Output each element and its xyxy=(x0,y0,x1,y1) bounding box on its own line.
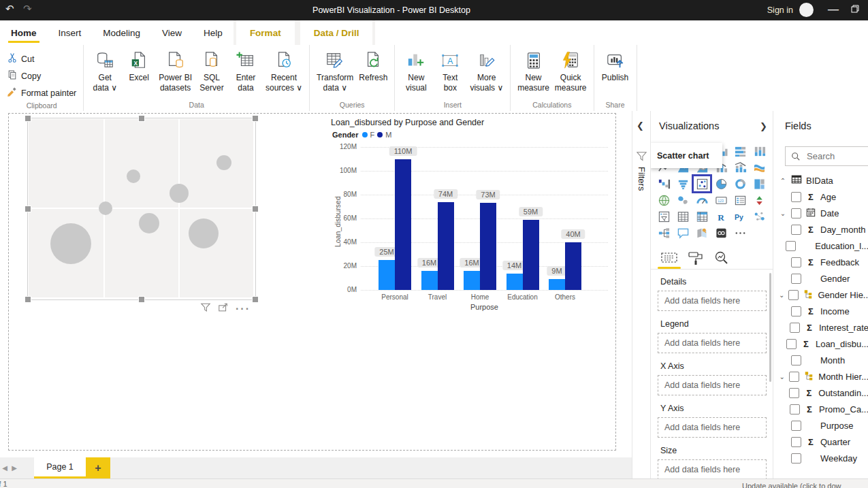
field-checkbox[interactable] xyxy=(791,437,801,447)
field-label[interactable]: Gender Hie... xyxy=(818,290,868,300)
bar-f-others[interactable] xyxy=(549,279,565,290)
refresh-button[interactable]: Refresh xyxy=(356,45,390,83)
text-box-button[interactable]: AText box xyxy=(433,45,467,93)
bar-f-education[interactable] xyxy=(507,274,523,291)
bar-m-home[interactable] xyxy=(480,203,496,290)
field-label[interactable]: Day_month xyxy=(820,225,865,235)
sql-server-button[interactable]: SQL Server xyxy=(195,45,229,93)
recent-sources-button[interactable]: Recent sources ∨ xyxy=(263,45,305,93)
bar-f-travel[interactable] xyxy=(421,271,438,290)
line-stacked-column-visual-icon[interactable] xyxy=(732,160,748,175)
field-row-month[interactable]: Month xyxy=(773,352,868,368)
more-options-visual-icon[interactable] xyxy=(732,225,748,240)
tab-data-drill[interactable]: Data / Drill xyxy=(298,20,376,45)
field-checkbox[interactable] xyxy=(789,388,799,398)
field-label[interactable]: Age xyxy=(820,192,836,202)
tab-insert[interactable]: Insert xyxy=(48,20,93,45)
field-row-purpose[interactable]: Purpose xyxy=(773,417,868,434)
slicer-visual-icon[interactable] xyxy=(656,209,672,224)
pie-visual-icon[interactable] xyxy=(713,176,729,191)
bar-f-personal[interactable] xyxy=(379,260,395,290)
field-row-outstandin[interactable]: ΣOutstandin... xyxy=(773,385,868,401)
field-checkbox[interactable] xyxy=(791,192,801,202)
field-label[interactable]: Promo_Ca... xyxy=(819,404,868,414)
expand-chevron-icon[interactable]: ⌄ xyxy=(779,373,785,380)
field-row-loan-disbu[interactable]: ΣLoan_disbu... xyxy=(773,336,868,352)
format-painter-button[interactable]: Format painter xyxy=(4,84,79,101)
field-label[interactable]: Purpose xyxy=(820,421,853,431)
legend-label-f[interactable]: F xyxy=(370,131,375,139)
kpi-visual-icon[interactable] xyxy=(751,193,767,208)
field-label[interactable]: Interest_rate xyxy=(819,323,868,333)
matrix-visual-icon[interactable] xyxy=(694,209,710,224)
chevron-left-icon[interactable]: ❮ xyxy=(637,120,644,131)
copy-button[interactable]: Copy xyxy=(4,67,44,84)
bar-m-education[interactable] xyxy=(523,220,539,290)
field-row-month-hier[interactable]: ⌄Month Hier... xyxy=(773,368,868,385)
fields-table-biData[interactable]: ⌃BIData xyxy=(773,172,868,189)
more-visuals-button[interactable]: More visuals ∨ xyxy=(467,45,506,93)
waterfall-visual-icon[interactable] xyxy=(656,176,672,191)
field-label[interactable]: Outstandin... xyxy=(818,388,868,398)
field-label[interactable]: Feedback xyxy=(820,257,859,267)
new-measure-button[interactable]: New measure xyxy=(515,45,552,93)
more-options-icon[interactable]: ··· xyxy=(236,303,251,315)
field-search[interactable] xyxy=(785,146,868,166)
field-label[interactable]: Quarter xyxy=(820,437,850,447)
field-checkbox[interactable] xyxy=(786,241,796,251)
field-checkbox[interactable] xyxy=(790,323,800,333)
field-checkbox[interactable] xyxy=(791,355,801,365)
field-row-date[interactable]: ⌄Date xyxy=(773,205,868,221)
expand-chevron-icon[interactable]: ⌄ xyxy=(779,210,787,217)
well-dropzone-legend[interactable]: Add data fields here xyxy=(658,333,767,353)
bar-m-others[interactable] xyxy=(565,242,581,290)
python-visual-icon[interactable]: Py xyxy=(732,209,748,224)
arcgis-map-visual-icon[interactable] xyxy=(694,225,710,240)
quick-measure-button[interactable]: Quick measure xyxy=(552,45,590,93)
enter-data-button[interactable]: Enter data xyxy=(229,45,263,93)
field-checkbox[interactable] xyxy=(789,372,799,382)
scrollbar[interactable] xyxy=(769,273,771,382)
field-checkbox[interactable] xyxy=(791,421,801,431)
page-tab[interactable]: Page 1 xyxy=(34,457,86,478)
report-canvas[interactable]: ··· Loan_disbursed by Purpose and Gender… xyxy=(0,111,632,457)
filters-label[interactable]: Filters xyxy=(637,167,647,191)
paginated-report-visual-icon[interactable] xyxy=(713,225,729,240)
field-label[interactable]: Gender xyxy=(820,274,850,284)
field-label[interactable]: Month Hier... xyxy=(818,372,868,382)
tab-help[interactable]: Help xyxy=(193,20,234,45)
filled-map-visual-icon[interactable] xyxy=(675,193,691,208)
analytics-tab[interactable] xyxy=(713,247,730,269)
field-row-income[interactable]: ΣIncome xyxy=(773,303,868,319)
field-label[interactable]: Income xyxy=(820,306,850,316)
bar-m-travel[interactable] xyxy=(438,202,454,291)
field-label[interactable]: Date xyxy=(820,208,839,218)
field-row-education-l[interactable]: Education_l... xyxy=(773,238,868,254)
avatar[interactable] xyxy=(799,3,814,17)
bar-f-home[interactable] xyxy=(464,271,480,290)
power-bi-datasets-button[interactable]: Power BI datasets xyxy=(156,45,195,93)
legend-label-m[interactable]: M xyxy=(385,131,391,139)
legend-swatch-f[interactable] xyxy=(362,132,368,137)
field-row-promo-ca[interactable]: ΣPromo_Ca... xyxy=(773,401,868,417)
filter-icon[interactable] xyxy=(200,302,211,315)
minimize-button[interactable]: — xyxy=(822,0,845,20)
field-checkbox[interactable] xyxy=(791,274,801,284)
field-row-day-month[interactable]: ΣDay_month xyxy=(773,221,868,238)
field-row-weekday[interactable]: Weekday xyxy=(773,450,868,466)
tab-home[interactable]: Home xyxy=(0,20,48,45)
field-checkbox[interactable] xyxy=(791,225,801,235)
field-row-interest-rate[interactable]: ΣInterest_rate xyxy=(773,319,868,336)
page-prev-icon[interactable]: ◀ xyxy=(0,457,10,478)
card-visual-icon[interactable]: 123 xyxy=(713,193,729,208)
qa-visual-icon[interactable] xyxy=(675,225,691,240)
restore-button[interactable] xyxy=(843,0,867,20)
table-name[interactable]: BIData xyxy=(806,176,833,186)
collapse-chevron-icon[interactable]: ⌃ xyxy=(779,177,787,184)
bar-chart-visual[interactable]: Loan_disbursed by Purpose and Gender Gen… xyxy=(329,116,615,313)
map-visual-icon[interactable] xyxy=(656,193,672,208)
funnel-visual-icon[interactable] xyxy=(675,176,691,191)
legend-swatch-m[interactable] xyxy=(377,132,383,137)
field-checkbox[interactable] xyxy=(791,208,801,218)
field-checkbox[interactable] xyxy=(791,257,801,267)
